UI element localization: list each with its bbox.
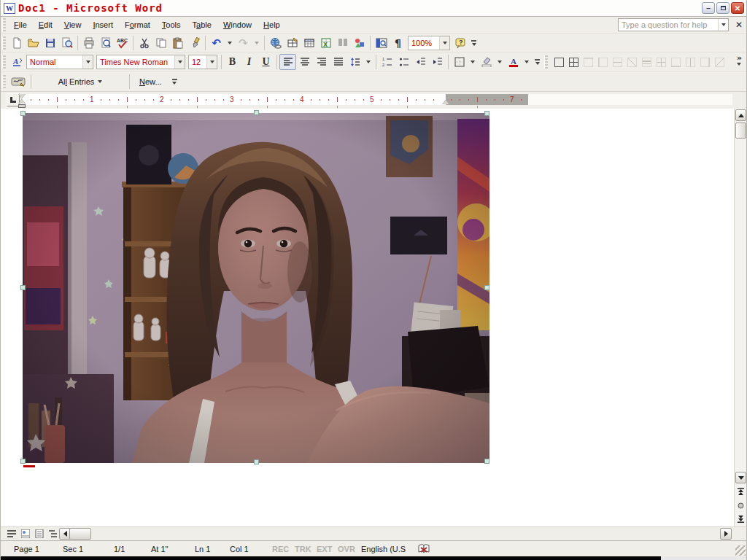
paste-button[interactable]: [169, 35, 186, 51]
vertical-scroll-thumb[interactable]: [735, 122, 746, 139]
menu-help[interactable]: Help: [258, 18, 286, 31]
line-spacing-dropdown[interactable]: [363, 54, 374, 70]
print-button[interactable]: [80, 35, 97, 51]
insert-hyperlink-button[interactable]: [267, 35, 284, 51]
tables-and-borders-button[interactable]: [284, 35, 301, 51]
copy-button[interactable]: [152, 35, 169, 51]
help-search-input[interactable]: [619, 20, 718, 29]
print-preview-button[interactable]: [97, 35, 114, 51]
autotext-button[interactable]: [8, 74, 28, 90]
status-ovr-toggle[interactable]: OVR: [338, 545, 355, 553]
top-border-button[interactable]: [584, 58, 593, 67]
right-indent-marker[interactable]: [442, 100, 449, 104]
new-entry-button[interactable]: New...: [132, 74, 169, 89]
autotext-toolbar-options[interactable]: [172, 79, 177, 85]
all-entries-button[interactable]: All Entries: [34, 74, 127, 89]
all-borders-button[interactable]: [569, 58, 578, 67]
styles-and-formatting-button[interactable]: A: [8, 54, 25, 70]
insert-excel-button[interactable]: X: [317, 35, 334, 51]
undo-button[interactable]: ↶: [208, 35, 225, 51]
line-spacing-button[interactable]: [347, 54, 363, 70]
search-button[interactable]: [58, 35, 75, 51]
right-border-button[interactable]: [700, 58, 710, 67]
web-layout-view-button[interactable]: [19, 528, 31, 540]
normal-view-button[interactable]: [5, 528, 18, 540]
menu-table[interactable]: Table: [187, 18, 217, 31]
resize-handle-middle-right[interactable]: [484, 285, 489, 290]
scroll-down-button[interactable]: [735, 472, 746, 483]
formatting-toolbar-drag-handle[interactable]: [2, 55, 6, 69]
status-trk-toggle[interactable]: TRK: [295, 545, 311, 553]
open-button[interactable]: [25, 35, 42, 51]
document-close-button[interactable]: ✕: [735, 20, 743, 30]
font-combo[interactable]: Times New Roman: [96, 55, 185, 69]
format-painter-button[interactable]: [186, 35, 203, 51]
resize-handle-bottom-center[interactable]: [254, 459, 259, 464]
outside-border-button[interactable]: [554, 58, 564, 67]
save-button[interactable]: [42, 35, 58, 51]
inside-horizontal-border-button[interactable]: [613, 58, 622, 67]
document-area[interactable]: [1, 109, 746, 526]
resize-handle-bottom-right[interactable]: [484, 459, 489, 464]
bullets-button[interactable]: [395, 54, 412, 70]
previous-page-button[interactable]: [735, 486, 746, 497]
first-line-indent-marker[interactable]: [18, 94, 26, 98]
outline-view-button[interactable]: [47, 528, 59, 540]
descending-diagonal-border-button[interactable]: [627, 58, 637, 67]
document-map-button[interactable]: [373, 35, 390, 51]
resize-handle-bottom-left[interactable]: [20, 459, 26, 464]
select-browse-object-button[interactable]: [735, 499, 746, 511]
redo-dropdown[interactable]: [252, 35, 262, 51]
borders-toolbar-drag-handle[interactable]: [544, 55, 548, 69]
spelling-button[interactable]: ABC: [114, 35, 131, 51]
underline-button[interactable]: U: [258, 54, 274, 70]
close-button[interactable]: ✕: [731, 2, 744, 14]
redo-button[interactable]: ↷: [235, 35, 252, 51]
status-ext-toggle[interactable]: EXT: [317, 545, 332, 553]
cut-button[interactable]: [136, 35, 152, 51]
spelling-status-icon[interactable]: [418, 543, 430, 555]
highlight-button[interactable]: [478, 54, 495, 70]
help-search-box[interactable]: [618, 18, 729, 31]
scroll-up-button[interactable]: [735, 109, 746, 121]
autotext-toolbar-drag-handle[interactable]: [2, 75, 6, 88]
resize-handle-middle-left[interactable]: [20, 285, 26, 290]
menu-file[interactable]: File: [8, 18, 33, 31]
inserted-photo[interactable]: [23, 113, 489, 463]
bold-button[interactable]: B: [224, 54, 241, 70]
font-color-dropdown[interactable]: [522, 54, 532, 70]
font-size-combo[interactable]: 12: [188, 55, 217, 69]
justify-button[interactable]: [330, 54, 347, 70]
drawing-button[interactable]: [351, 35, 368, 51]
align-right-button[interactable]: [313, 54, 330, 70]
columns-button[interactable]: [334, 35, 351, 51]
italic-button[interactable]: I: [241, 54, 258, 70]
font-color-button[interactable]: A: [505, 54, 522, 70]
decrease-indent-button[interactable]: [412, 54, 429, 70]
help-search-dropdown[interactable]: [718, 19, 728, 31]
standard-toolbar-drag-handle[interactable]: [2, 36, 6, 50]
menu-tools[interactable]: Tools: [156, 18, 187, 31]
new-document-button[interactable]: [8, 35, 25, 51]
inside-borders-button[interactable]: [657, 58, 666, 67]
formatting-toolbar-options[interactable]: [535, 59, 540, 65]
border-dropdown[interactable]: [468, 54, 478, 70]
menu-format[interactable]: Format: [119, 18, 156, 31]
menu-edit[interactable]: Edit: [33, 18, 58, 31]
inside-vertical-border-button[interactable]: [686, 58, 695, 67]
insert-table-button[interactable]: [301, 35, 317, 51]
horizontal-line-button[interactable]: [642, 58, 651, 67]
help-button[interactable]: ?: [452, 35, 468, 51]
horizontal-scroll-thumb[interactable]: [69, 528, 91, 540]
left-indent-marker[interactable]: [18, 104, 26, 108]
restore-button[interactable]: [716, 2, 729, 14]
resize-grip[interactable]: [735, 545, 746, 556]
center-button[interactable]: [296, 54, 313, 70]
menu-window[interactable]: Window: [217, 18, 258, 31]
font-size-dropdown[interactable]: [206, 55, 217, 69]
show-hide-button[interactable]: ¶: [390, 35, 406, 51]
menubar-drag-handle[interactable]: [2, 18, 6, 31]
numbering-button[interactable]: 1.2.: [379, 54, 395, 70]
style-combo[interactable]: Normal: [26, 55, 93, 69]
menu-view[interactable]: View: [58, 18, 88, 31]
